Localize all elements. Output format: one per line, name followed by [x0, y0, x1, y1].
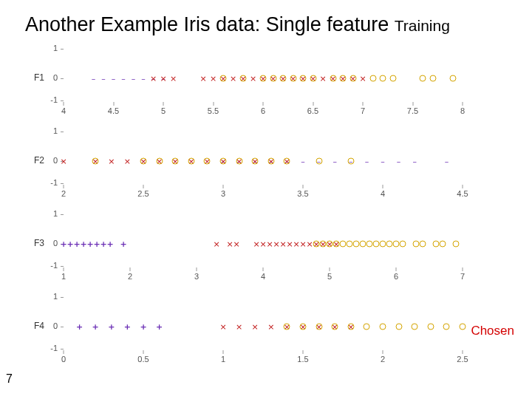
xtick: 8: [460, 106, 465, 115]
marker-versicolor: [170, 75, 177, 83]
marker-versicolor: [273, 240, 279, 248]
marker-setosa: [156, 323, 163, 331]
marker-setosa: [332, 157, 337, 166]
panel-f2: F210-122.533.544.5: [27, 124, 470, 198]
marker-setosa: [121, 75, 126, 83]
marker-versicolor: [250, 75, 256, 83]
marker-setosa: [80, 240, 86, 248]
ytick: 1: [47, 126, 58, 135]
panel-f1: F110-144.555.566.577.58: [27, 41, 470, 115]
xtick: 6: [394, 272, 398, 281]
xtick: 5: [161, 106, 166, 115]
panel-f4: F410-100.511.522.5: [27, 290, 470, 364]
marker-virginica: [373, 241, 380, 248]
title-main: Another Example Iris data: Single featur…: [25, 13, 395, 35]
marker-virginica: [366, 241, 373, 248]
marker-setosa: [412, 157, 417, 166]
marker-versicolor: [213, 240, 219, 248]
chart-area: F110-144.555.566.577.58F210-122.533.544.…: [27, 41, 470, 389]
xtick: 2.5: [457, 355, 468, 364]
title-suffix: Training: [395, 17, 450, 34]
marker-virginica: [395, 324, 402, 330]
marker-setosa: [76, 323, 83, 331]
marker-virginica: [349, 75, 356, 82]
marker-virginica: [453, 241, 460, 248]
xtick: 1: [61, 272, 66, 281]
marker-virginica: [400, 241, 406, 248]
marker-versicolor: [150, 75, 157, 83]
marker-versicolor: [230, 75, 236, 83]
marker-virginica: [386, 241, 393, 248]
marker-virginica: [172, 158, 179, 165]
marker-virginica: [284, 324, 290, 330]
xtick: 3: [194, 272, 199, 281]
plot: 1234567: [64, 207, 463, 281]
marker-virginica: [340, 75, 347, 82]
marker-virginica: [360, 241, 366, 248]
marker-virginica: [347, 324, 354, 330]
marker-versicolor: [226, 240, 233, 248]
marker-versicolor: [124, 157, 131, 166]
marker-virginica: [260, 75, 267, 82]
xtick: 4: [261, 272, 265, 281]
panel-f3: F310-11234567: [27, 207, 470, 281]
marker-versicolor: [236, 323, 242, 331]
marker-versicolor: [200, 75, 206, 83]
ytick: 0: [47, 156, 58, 165]
ytick: 1: [47, 292, 58, 301]
ytick: 1: [47, 44, 58, 52]
marker-setosa: [301, 157, 305, 166]
marker-virginica: [240, 75, 247, 82]
slide: { "title_main": "Another Example Iris da…: [0, 0, 532, 399]
marker-virginica: [284, 158, 290, 165]
marker-virginica: [380, 75, 386, 82]
marker-virginica: [220, 158, 227, 165]
marker-virginica: [440, 241, 446, 248]
marker-virginica: [327, 241, 333, 248]
marker-virginica: [267, 158, 274, 165]
marker-versicolor: [306, 240, 313, 248]
marker-versicolor: [267, 323, 274, 331]
ytick: -1: [47, 95, 58, 104]
marker-versicolor: [319, 75, 326, 83]
marker-virginica: [443, 324, 450, 330]
ylabel: F1: [28, 72, 44, 83]
marker-virginica: [316, 158, 322, 165]
marker-versicolor: [60, 157, 66, 166]
marker-virginica: [340, 241, 347, 248]
xtick: 7.5: [407, 106, 418, 115]
marker-virginica: [364, 324, 370, 330]
marker-versicolor: [279, 240, 286, 248]
xtick: 7: [460, 272, 465, 281]
marker-virginica: [252, 158, 259, 165]
marker-setosa: [140, 323, 146, 331]
marker-virginica: [220, 75, 227, 82]
marker-setosa: [100, 240, 106, 248]
ytick: 0: [47, 321, 58, 330]
xtick: 4.5: [108, 106, 119, 115]
marker-versicolor: [233, 240, 239, 248]
marker-virginica: [204, 158, 211, 165]
marker-versicolor: [108, 157, 115, 166]
plot: 44.555.566.577.58: [64, 41, 463, 115]
marker-virginica: [333, 241, 340, 248]
marker-virginica: [449, 75, 456, 82]
marker-setosa: [93, 240, 100, 248]
marker-setosa: [445, 157, 449, 166]
marker-virginica: [332, 324, 338, 330]
marker-setosa: [381, 157, 385, 166]
marker-versicolor: [252, 323, 259, 331]
marker-virginica: [270, 75, 276, 82]
marker-setosa: [397, 157, 401, 166]
marker-virginica: [156, 158, 163, 165]
xtick: 7: [361, 106, 365, 115]
marker-setosa: [132, 75, 136, 83]
marker-virginica: [380, 241, 386, 248]
marker-virginica: [330, 75, 336, 82]
xtick: 4: [61, 106, 66, 115]
marker-virginica: [433, 241, 440, 248]
xtick: 6.5: [307, 106, 318, 115]
marker-setosa: [124, 323, 131, 331]
marker-setosa: [120, 240, 126, 248]
marker-virginica: [412, 324, 418, 330]
